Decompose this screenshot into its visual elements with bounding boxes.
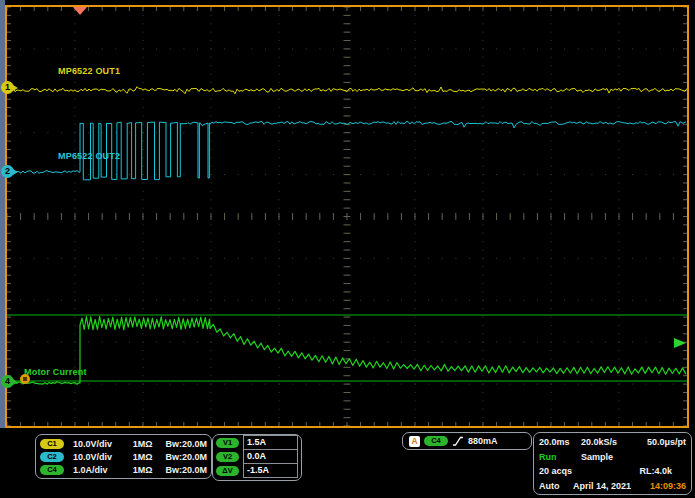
c1-coupling: 1MΩ xyxy=(133,439,166,449)
readout-bar: C1 10.0V/div 1MΩ Bw:20.0M C2 10.0V/div 1… xyxy=(0,428,695,498)
acquisition-state: Run xyxy=(539,452,581,462)
c2-bandwidth: Bw:20.0M xyxy=(165,452,207,462)
trigger-source-badge[interactable]: C4 xyxy=(424,436,448,446)
ch1-trace xyxy=(7,87,687,94)
sample-rate: 20.0kS/s xyxy=(581,437,647,447)
acquisition-mode: Sample xyxy=(581,452,686,462)
cursor-row-dv: ΔV -1.5A xyxy=(216,464,298,478)
c2-badge[interactable]: C2 xyxy=(40,452,64,462)
v2-badge[interactable]: V2 xyxy=(216,452,239,462)
channel-row-c1[interactable]: C1 10.0V/div 1MΩ Bw:20.0M xyxy=(40,437,207,450)
ch4-position-marker[interactable]: 4 xyxy=(1,375,14,388)
v1-value[interactable]: 1.5A xyxy=(243,435,298,450)
c2-scale: 10.0V/div xyxy=(73,452,133,462)
ch2-trace-label: MP6522 OUT2 xyxy=(58,151,120,161)
c4-reference-marker-icon xyxy=(20,374,30,384)
ch4-trace-label: Motor Current xyxy=(24,367,87,377)
c4-coupling: 1MΩ xyxy=(133,465,166,475)
time-resolution: 50.0μs/pt xyxy=(647,437,686,447)
timebase-scale: 20.0ms xyxy=(539,437,581,447)
channel-settings-panel[interactable]: C1 10.0V/div 1MΩ Bw:20.0M C2 10.0V/div 1… xyxy=(35,434,212,479)
trigger-level-value: 880mA xyxy=(468,436,498,446)
cursor-row-v2: V2 0.0A xyxy=(216,450,298,464)
ch1-trace-label: MP6522 OUT1 xyxy=(58,66,120,76)
c4-scale: 1.0A/div xyxy=(73,465,133,475)
v2-value[interactable]: 0.0A xyxy=(243,449,298,464)
ch2-position-marker[interactable]: 2 xyxy=(1,165,14,178)
dv-badge[interactable]: ΔV xyxy=(216,466,239,476)
scope-display: MP6522 OUT1 MP6522 OUT2 Motor Current 1 … xyxy=(5,5,689,428)
trigger-readout-panel[interactable]: A C4 880mA xyxy=(402,432,532,450)
c1-bandwidth: Bw:20.0M xyxy=(165,439,207,449)
c1-badge[interactable]: C1 xyxy=(40,439,64,449)
trigger-mode: Auto xyxy=(539,481,573,491)
ch1-position-marker[interactable]: 1 xyxy=(1,81,14,94)
trigger-a-badge[interactable]: A xyxy=(409,436,420,447)
channel-row-c4[interactable]: C4 1.0A/div 1MΩ Bw:20.0M xyxy=(40,463,207,476)
date-display: April 14, 2021 xyxy=(573,481,650,491)
trigger-level-icon[interactable] xyxy=(674,338,686,348)
v1-badge[interactable]: V1 xyxy=(216,438,239,448)
rising-slope-icon xyxy=(452,435,464,448)
c2-coupling: 1MΩ xyxy=(133,452,166,462)
channel-row-c2[interactable]: C2 10.0V/div 1MΩ Bw:20.0M xyxy=(40,450,207,463)
c4-bandwidth: Bw:20.0M xyxy=(165,465,207,475)
c4-badge[interactable]: C4 xyxy=(40,465,64,475)
time-display: 14:09:36 xyxy=(650,481,686,491)
timebase-panel[interactable]: 20.0ms 20.0kS/s 50.0μs/pt Run Sample 20 … xyxy=(533,432,692,495)
cursor-readout-panel[interactable]: V1 1.5A V2 0.0A ΔV -1.5A xyxy=(212,434,302,481)
acquisition-count: 20 acqs xyxy=(539,466,639,476)
c1-scale: 10.0V/div xyxy=(73,439,133,449)
dv-value: -1.5A xyxy=(243,463,298,478)
cursor-row-v1: V1 1.5A xyxy=(216,436,298,450)
record-length: RL:4.0k xyxy=(639,466,672,476)
